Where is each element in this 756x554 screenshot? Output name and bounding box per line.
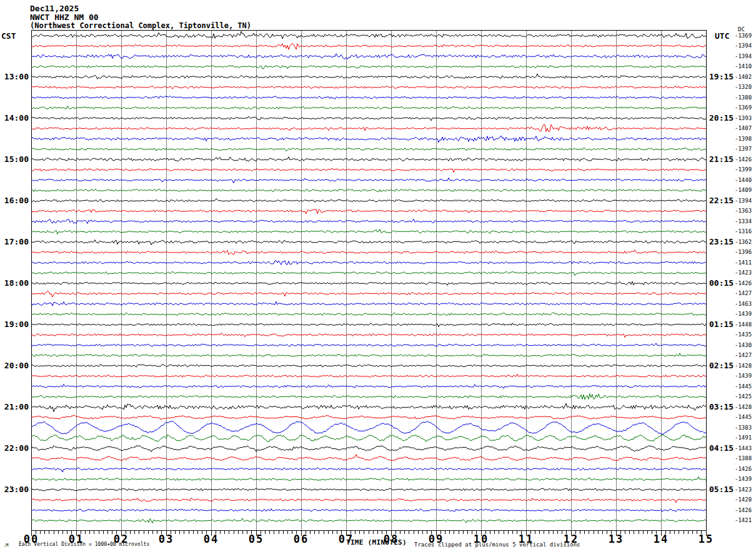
dc-value: -1363 [735,208,752,214]
dc-value: -1440 [735,177,752,184]
trace-row-39 [31,435,706,442]
right-hour-label: 05:15 [709,485,734,494]
dc-value: -1388 [735,455,752,462]
dc-value: -1394 [735,53,752,60]
dc-value: -1320 [735,84,752,91]
dc-value: -1411 [735,259,752,266]
dc-value: -1426 [735,466,752,473]
trace-row-10 [31,136,706,143]
trace-row-16 [31,199,706,203]
dc-value: -1398 [735,136,752,143]
left-hour-label: 16:00 [0,196,29,205]
trace-row-6 [31,96,706,99]
trace-row-46 [31,509,706,512]
dc-value: -1423 [735,269,752,276]
dc-value: -1491 [735,435,752,441]
left-hour-label: 15:00 [0,154,29,164]
right-hour-label: 03:15 [709,402,734,411]
helicorder-plot [0,0,756,554]
trace-row-18 [31,219,706,223]
trace-row-1 [31,44,706,49]
dc-value: -1443 [735,445,752,452]
trace-row-14 [31,178,706,183]
trace-row-3 [31,66,706,69]
dc-value: -1427 [735,352,752,359]
right-hour-label: 19:15 [709,72,734,81]
trace-row-0 [31,31,706,39]
trace-row-43 [31,476,706,480]
trace-row-41 [31,455,706,461]
trace-row-21 [31,250,706,255]
dc-value: -1394 [735,198,752,204]
dc-value: -1427 [735,290,752,297]
dc-value: -1410 [735,63,752,70]
x-tick-label: 06 [289,533,314,545]
dc-value: -1448 [735,321,752,328]
dc-value: -1445 [735,414,752,421]
trace-row-17 [31,209,706,214]
x-tick-label: 13 [604,533,629,545]
dc-value: -1380 [735,94,752,101]
dc-value: -1393 [735,115,752,122]
dc-value: -1397 [735,146,752,153]
right-hour-label: 21:15 [709,154,734,164]
trace-row-35 [31,394,706,400]
dc-value: -1303 [735,425,752,431]
trace-row-15 [31,189,706,192]
trace-row-36 [31,403,706,411]
trace-row-26 [31,301,706,306]
trace-row-47 [31,518,706,523]
right-hour-label: 23:15 [709,237,734,246]
trace-row-25 [31,291,706,297]
trace-row-30 [31,343,706,346]
trace-row-45 [31,498,706,502]
left-hour-label: 21:00 [0,402,29,411]
dc-value: -1402 [735,74,752,81]
trace-row-38 [31,421,706,435]
x-tick-label: 05 [244,533,269,545]
x-tick-label: 14 [649,533,674,545]
dc-value: -1426 [735,280,752,287]
trace-row-33 [31,374,706,377]
dc-value: -1439 [735,311,752,318]
trace-row-37 [31,415,706,420]
x-tick-label: 03 [154,533,179,545]
dc-value: -1428 [735,363,752,370]
dc-value: -1439 [735,373,752,380]
trace-row-11 [31,148,706,151]
dc-value: -1407 [735,125,752,132]
trace-row-19 [31,229,706,234]
trace-row-40 [31,446,706,452]
dc-value: -1428 [735,404,752,411]
dc-value: -1426 [735,156,752,163]
trace-row-24 [31,281,706,285]
trace-row-32 [31,364,706,367]
dc-value: -1369 [735,33,752,39]
right-hour-label: 02:15 [709,361,734,370]
dc-value: -1430 [735,342,752,349]
dc-value: -1445 [735,383,752,390]
trace-row-5 [31,86,706,89]
left-hour-label: 18:00 [0,278,29,288]
dc-value: -1394 [735,43,752,49]
trace-row-13 [31,168,706,172]
trace-row-22 [31,261,706,265]
dc-value: -1435 [735,331,752,338]
dc-value: -1334 [735,218,752,225]
left-hour-label: 14:00 [0,113,29,123]
dc-value: -1362 [735,239,752,246]
left-hour-label: 13:00 [0,72,29,81]
trace-row-27 [31,312,706,315]
left-hour-label: 23:00 [0,485,29,494]
trace-row-8 [31,116,706,121]
dc-value: -1426 [735,507,752,514]
trace-row-42 [31,468,706,472]
helicorder-page: Dec11,2025 NWCT HHZ NM 00 (Northwest Cor… [0,0,756,554]
dc-value: -1463 [735,301,752,308]
dc-value: -1439 [735,476,752,483]
trace-row-29 [31,333,706,337]
right-hour-label: 00:15 [709,278,734,288]
dc-value: -1421 [735,517,752,524]
dc-value: -1420 [735,496,752,503]
clip-note: Traces clipped at plus/minus 5 vertical … [414,541,580,548]
